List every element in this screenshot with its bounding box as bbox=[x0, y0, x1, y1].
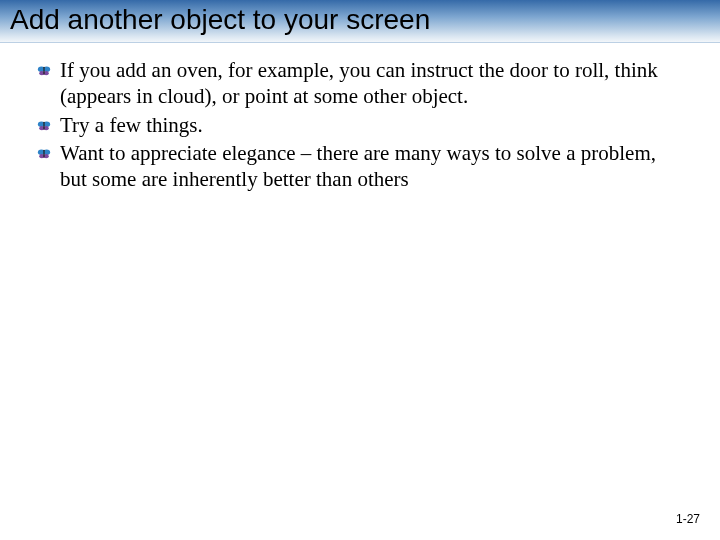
bullet-text: If you add an oven, for example, you can… bbox=[60, 57, 684, 110]
butterfly-icon bbox=[36, 144, 52, 164]
page-number: 1-27 bbox=[676, 512, 700, 526]
svg-rect-4 bbox=[43, 67, 44, 75]
bullet-text: Try a few things. bbox=[60, 112, 203, 138]
slide: Add another object to your screen If you… bbox=[0, 0, 720, 540]
title-bar: Add another object to your screen bbox=[0, 0, 720, 43]
butterfly-icon bbox=[36, 61, 52, 81]
bullet-text: Want to appreciate elegance – there are … bbox=[60, 140, 684, 193]
svg-rect-9 bbox=[43, 121, 44, 129]
list-item: If you add an oven, for example, you can… bbox=[36, 57, 684, 110]
slide-title: Add another object to your screen bbox=[10, 4, 710, 36]
svg-rect-14 bbox=[43, 149, 44, 157]
slide-body: If you add an oven, for example, you can… bbox=[0, 43, 720, 192]
list-item: Want to appreciate elegance – there are … bbox=[36, 140, 684, 193]
list-item: Try a few things. bbox=[36, 112, 684, 138]
butterfly-icon bbox=[36, 116, 52, 136]
